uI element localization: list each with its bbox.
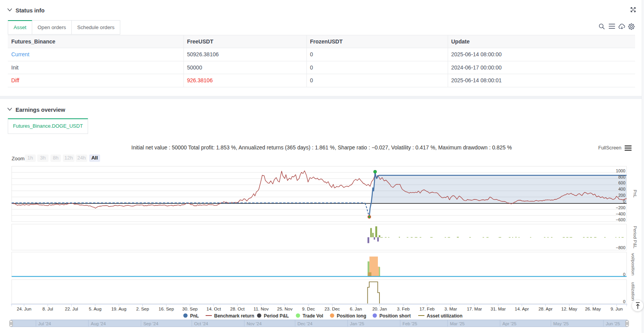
svg-text:20. Jan: 20. Jan <box>372 307 387 311</box>
svg-text:Trade Vol: Trade Vol <box>303 313 323 319</box>
svg-text:26. May: 26. May <box>585 307 601 311</box>
svg-text:600: 600 <box>618 180 625 185</box>
svg-text:Jan '25: Jan '25 <box>350 321 364 326</box>
svg-text:Period P&L: Period P&L <box>633 226 637 249</box>
svg-text:9. Jun: 9. Jun <box>611 307 623 311</box>
svg-text:14. Oct: 14. Oct <box>206 307 221 311</box>
svg-text:Feb '25: Feb '25 <box>402 321 417 326</box>
svg-text:5. Aug: 5. Aug <box>89 307 102 311</box>
svg-text:28. Oct: 28. Oct <box>230 307 245 311</box>
svg-text:0: 0 <box>623 272 625 277</box>
svg-text:3. Mar: 3. Mar <box>445 307 457 311</box>
svg-text:28. Apr: 28. Apr <box>538 307 553 311</box>
svg-text:−200: −200 <box>616 205 625 210</box>
svg-text:6. Jan: 6. Jan <box>350 307 362 311</box>
svg-text:PnL: PnL <box>633 190 637 198</box>
svg-text:Asset utilization: Asset utilization <box>427 313 462 319</box>
svg-text:17. Feb: 17. Feb <box>419 307 435 311</box>
svg-text:Period P&L: Period P&L <box>264 313 289 319</box>
svg-text:Apr '25: Apr '25 <box>502 321 516 326</box>
svg-text:25. Nov: 25. Nov <box>277 307 293 311</box>
svg-text:1000: 1000 <box>616 168 625 173</box>
svg-text:2. Sep: 2. Sep <box>136 307 149 311</box>
svg-text:9. Dec: 9. Dec <box>302 307 315 311</box>
svg-text:23. Dec: 23. Dec <box>324 307 340 311</box>
svg-text:3. Feb: 3. Feb <box>397 307 410 311</box>
svg-text:11. Nov: 11. Nov <box>254 307 269 311</box>
svg-text:Oct '24: Oct '24 <box>194 321 208 326</box>
svg-text:Nov '24: Nov '24 <box>247 321 262 326</box>
svg-text:−800: −800 <box>616 245 625 250</box>
svg-text:utilization: utilization <box>631 282 635 301</box>
svg-text:31. Mar: 31. Mar <box>491 307 506 311</box>
svg-text:8. Jul: 8. Jul <box>42 307 53 311</box>
svg-text:22. Jul: 22. Jul <box>65 307 78 311</box>
svg-text:Dec '24: Dec '24 <box>298 321 313 326</box>
svg-text:0: 0 <box>623 199 625 204</box>
svg-text:Position short: Position short <box>379 313 411 319</box>
svg-text:Jul '24: Jul '24 <box>38 321 51 326</box>
svg-text:24. Jun: 24. Jun <box>17 307 31 311</box>
svg-text:30. Sep: 30. Sep <box>182 307 198 311</box>
svg-text:−600: −600 <box>616 217 625 222</box>
svg-text:200: 200 <box>618 193 625 198</box>
svg-text:17. Mar: 17. Mar <box>467 307 482 311</box>
svg-text:Mar '25: Mar '25 <box>450 321 465 326</box>
svg-text:0: 0 <box>623 299 625 304</box>
svg-text:14. Apr: 14. Apr <box>515 307 529 311</box>
svg-text:Position long: Position long <box>337 313 366 319</box>
svg-text:400: 400 <box>618 187 625 191</box>
svg-text:vol/position: vol/position <box>631 253 635 276</box>
svg-text:19. Aug: 19. Aug <box>111 307 126 311</box>
svg-text:May '25: May '25 <box>553 321 569 326</box>
svg-text:12. May: 12. May <box>561 307 577 311</box>
svg-text:800: 800 <box>618 175 625 179</box>
svg-text:Jun '25: Jun '25 <box>606 321 620 326</box>
svg-text:PnL: PnL <box>190 313 199 319</box>
svg-text:16. Sep: 16. Sep <box>159 307 174 311</box>
svg-text:Aug '24: Aug '24 <box>91 321 106 326</box>
svg-text:−400: −400 <box>616 212 625 216</box>
svg-text:Sep '24: Sep '24 <box>143 321 158 326</box>
svg-text:Benchmark return: Benchmark return <box>214 313 254 319</box>
